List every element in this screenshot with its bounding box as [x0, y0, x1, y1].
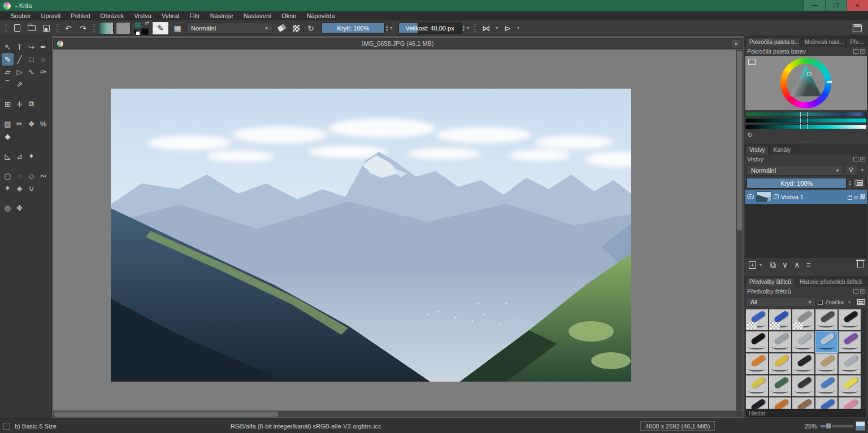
rectangular-select-tool[interactable]: ▢ — [2, 169, 14, 182]
layer-style-badge-icon[interactable]: ƒ — [774, 194, 779, 199]
close-docker-icon[interactable]: ✕ — [860, 289, 865, 294]
menu-item[interactable]: Soubor — [6, 12, 36, 20]
smart-patch-tool[interactable]: ❖ — [25, 117, 37, 130]
hue-bar[interactable] — [745, 112, 867, 117]
document-subwindow-titlebar[interactable]: IMG_0658.JPG (46,1 MB) ✕ — [53, 38, 743, 49]
freehand-brush-tool[interactable]: ✎ — [2, 53, 14, 65]
menu-item[interactable]: Vrstva — [129, 12, 157, 20]
polygon-tool[interactable]: ▱ — [2, 65, 14, 78]
canvas-horizontal-scrollbar[interactable] — [53, 411, 736, 417]
default-colors-icon[interactable] — [134, 30, 140, 35]
restore-button[interactable]: ❐ — [825, 0, 847, 11]
new-document-button[interactable] — [10, 22, 24, 34]
layer-name[interactable]: Vrstva 1 — [781, 194, 845, 200]
layer-properties-button[interactable]: ≡ — [806, 261, 811, 269]
choose-workspace-button[interactable] — [850, 22, 864, 34]
brush-preset-1[interactable] — [746, 309, 768, 330]
brush-preset-3[interactable] — [792, 309, 814, 330]
brush-size-slider[interactable]: Velikost: 40,00 px — [398, 23, 462, 34]
save-button[interactable] — [40, 22, 53, 34]
blending-mode-dropdown[interactable]: Normální — [186, 23, 272, 34]
zoom-slider[interactable] — [821, 425, 853, 427]
document-close-button[interactable]: ✕ — [732, 40, 740, 47]
layer-visibility-icon[interactable] — [747, 194, 754, 199]
layer-opacity-spinner[interactable]: ▴▾ — [849, 180, 851, 186]
preset-search-input[interactable] — [746, 409, 866, 417]
wrap-around-button[interactable]: ⊳ — [501, 22, 514, 34]
menu-item[interactable]: Nápověda — [301, 12, 340, 20]
toolbar-drag-handle[interactable] — [56, 23, 59, 33]
color-selector-settings-icon[interactable] — [748, 59, 756, 65]
brush-preset-13[interactable] — [792, 353, 814, 374]
transform-tool[interactable]: ⊞ — [2, 98, 14, 110]
select-shapes-tool[interactable]: ↖ — [2, 41, 14, 53]
layer-list-empty-area[interactable] — [745, 204, 867, 258]
tab-preset-history[interactable]: Historie předvoleb štětců — [796, 277, 866, 287]
alpha-lock-icon[interactable]: α — [854, 194, 858, 200]
opacity-slider[interactable]: Krytí: 100% — [322, 23, 385, 34]
canvas-image[interactable] — [111, 89, 631, 382]
gradient-chooser-button[interactable] — [99, 22, 114, 34]
brush-preset-7[interactable] — [769, 331, 791, 352]
calligraphy-tool[interactable]: ✒ — [37, 41, 49, 53]
brush-preset-4[interactable] — [815, 309, 837, 330]
opacity-spinner[interactable]: ▴▾ — [386, 25, 388, 32]
freehand-path-tool[interactable]: ✑ — [37, 65, 49, 78]
layer-opacity-slider[interactable]: Krytí: 100% — [747, 178, 847, 189]
brush-preset-16[interactable] — [746, 375, 768, 396]
move-tool[interactable]: ✛ — [14, 98, 25, 110]
brush-preset-12[interactable] — [769, 353, 791, 374]
brush-size-options-dropdown[interactable]: ▾ — [467, 25, 469, 30]
foreground-color-swatch[interactable] — [134, 21, 141, 28]
menu-item[interactable]: Upravit — [36, 12, 66, 20]
hue-ring[interactable] — [780, 58, 831, 108]
multibrush-tool[interactable]: ⇗ — [14, 78, 25, 90]
close-button[interactable]: ✕ — [847, 0, 868, 11]
move-layer-up-button[interactable]: ∧ — [794, 261, 800, 269]
polyline-tool[interactable]: ▷ — [14, 65, 25, 78]
measure-tool[interactable]: % — [37, 117, 49, 130]
magnetic-select-tool[interactable]: ∪ — [25, 182, 37, 194]
edit-shapes-tool[interactable]: ↪ — [25, 41, 37, 53]
horizontal-scroll-thumb[interactable] — [54, 412, 278, 417]
tab-brush-presets[interactable]: Předvolby štětců — [745, 277, 795, 287]
advanced-color-selector[interactable] — [745, 56, 867, 110]
brush-preset-5[interactable] — [839, 309, 861, 330]
reference-images-tool[interactable]: ✦ — [25, 150, 37, 162]
tag-dropdown[interactable]: ▾ — [848, 300, 850, 305]
layer-lock-icon[interactable] — [848, 196, 852, 200]
gradient-tool[interactable]: ▨ — [2, 117, 14, 130]
toolbar-drag-handle[interactable] — [474, 23, 476, 33]
mirror-view-button[interactable]: ⋈ — [479, 22, 493, 34]
zoom-slider-thumb[interactable] — [826, 423, 832, 429]
vertical-scroll-thumb[interactable] — [737, 51, 742, 230]
preset-view-mode-button[interactable] — [855, 297, 866, 307]
menu-item[interactable]: Nástroje — [205, 12, 238, 20]
brush-preset-9[interactable] — [815, 331, 837, 352]
redo-button[interactable]: ↷ — [76, 22, 90, 34]
brush-preset-20[interactable] — [839, 375, 861, 396]
close-docker-icon[interactable]: ✕ — [860, 49, 865, 54]
menu-item[interactable]: Obrázek — [96, 12, 129, 20]
dynamic-brush-tool[interactable]: ⌒ — [2, 78, 14, 90]
minimize-button[interactable]: — — [804, 0, 825, 11]
float-docker-icon[interactable] — [853, 289, 858, 294]
brush-presets-button[interactable]: ▦ — [171, 22, 184, 34]
bezier-select-tool[interactable]: ◈ — [14, 182, 25, 194]
tab-overview[interactable]: Pře... — [847, 37, 867, 47]
toolbar-drag-handle[interactable] — [5, 23, 7, 33]
docker-resize-handle[interactable]: ······ — [744, 272, 868, 276]
pattern-chooser-button[interactable] — [116, 22, 131, 34]
foreground-background-colors[interactable]: ⇄ — [134, 21, 149, 35]
layer-view-options-button[interactable] — [852, 177, 866, 189]
brush-preset-18[interactable] — [792, 375, 814, 396]
zoom-level-label[interactable]: 25% — [805, 423, 817, 430]
inherit-alpha-icon[interactable] — [860, 194, 865, 199]
brush-preset-14[interactable] — [815, 353, 837, 374]
menu-item[interactable]: Vybrat — [157, 12, 184, 20]
brush-preset-11[interactable] — [746, 353, 768, 374]
menu-item[interactable]: Okno — [276, 12, 301, 20]
tab-channels[interactable]: Kanály — [769, 145, 795, 155]
opacity-options-dropdown[interactable]: ▾ — [390, 25, 393, 30]
close-docker-icon[interactable]: ✕ — [860, 157, 865, 161]
